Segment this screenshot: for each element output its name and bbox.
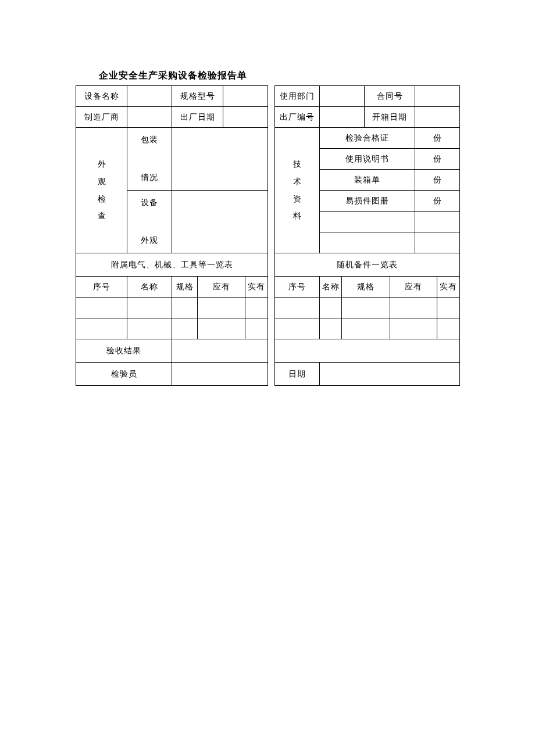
col-name-l: 名称	[127, 277, 172, 298]
label-manufacturer: 制造厂商	[76, 107, 127, 128]
value-packaging	[172, 128, 268, 191]
label-packaging: 包装 情况	[127, 128, 172, 191]
value-result	[172, 339, 460, 363]
col-name-r: 名称	[320, 277, 342, 298]
col-spec-r: 规格	[342, 277, 390, 298]
value-spec-model	[223, 86, 268, 107]
cell-l-actual-1	[245, 298, 268, 318]
section-right: 随机备件一览表	[275, 253, 460, 277]
label-doc-extra2	[320, 232, 415, 253]
col-spec-l: 规格	[172, 277, 198, 298]
cell-r-spec-1	[342, 298, 390, 318]
col-should-l: 应有	[198, 277, 245, 298]
header-row-1: 设备名称 规格型号 使用部门 合同号	[76, 86, 460, 107]
label-tech-data: 技术资料	[275, 128, 320, 253]
value-manufacturer	[127, 107, 172, 128]
label-cert: 检验合格证	[320, 128, 415, 149]
label-unbox-date: 开箱日期	[365, 107, 415, 128]
col-should-r: 应有	[390, 277, 437, 298]
cell-l-seq-2	[76, 318, 127, 339]
cell-r-spec-2	[342, 318, 390, 339]
cell-l-spec-2	[172, 318, 198, 339]
unit-wear-parts: 份	[415, 191, 460, 212]
label-inspector: 检验员	[76, 363, 172, 386]
cell-r-name-1	[320, 298, 342, 318]
label-device-name: 设备名称	[76, 86, 127, 107]
unit-cert: 份	[415, 128, 460, 149]
value-factory-no	[320, 107, 365, 128]
cell-r-seq-2	[275, 318, 320, 339]
value-date	[320, 363, 460, 386]
cell-l-should-2	[198, 318, 245, 339]
cell-r-actual-1	[437, 298, 460, 318]
label-factory-no: 出厂编号	[275, 107, 320, 128]
cell-r-should-2	[390, 318, 437, 339]
unit-packing-list: 份	[415, 170, 460, 191]
cell-l-name-1	[127, 298, 172, 318]
section-left: 附属电气、机械、工具等一览表	[76, 253, 268, 277]
label-appearance-check: 外观检查	[76, 128, 127, 253]
col-seq-r: 序号	[275, 277, 320, 298]
unit-manual: 份	[415, 149, 460, 170]
label-contract-no: 合同号	[365, 86, 415, 107]
cell-r-should-1	[390, 298, 437, 318]
form-title: 企业安全生产采购设备检验报告单	[99, 70, 459, 82]
value-device-name	[127, 86, 172, 107]
value-contract-no	[415, 86, 460, 107]
cell-r-name-2	[320, 318, 342, 339]
label-wear-parts: 易损件图册	[320, 191, 415, 212]
label-result: 验收结果	[76, 339, 172, 363]
value-use-dept	[320, 86, 365, 107]
value-unbox-date	[415, 107, 460, 128]
result-row: 验收结果	[76, 339, 460, 363]
value-device-appearance	[172, 191, 268, 253]
cell-l-name-2	[127, 318, 172, 339]
cell-l-spec-1	[172, 298, 198, 318]
col-actual-l: 实有	[245, 277, 268, 298]
cell-r-seq-1	[275, 298, 320, 318]
label-doc-extra1	[320, 212, 415, 232]
value-factory-date	[223, 107, 268, 128]
label-use-dept: 使用部门	[275, 86, 320, 107]
cell-l-should-1	[198, 298, 245, 318]
col-seq-l: 序号	[76, 277, 127, 298]
label-spec-model: 规格型号	[172, 86, 223, 107]
unit-doc-extra2	[415, 232, 460, 253]
unit-doc-extra1	[415, 212, 460, 232]
label-device-appearance: 设备 外观	[127, 191, 172, 253]
label-factory-date: 出厂日期	[172, 107, 223, 128]
cell-l-seq-1	[76, 298, 127, 318]
inspection-form-table: 设备名称 规格型号 使用部门 合同号 制造厂商 出厂日期 出厂编号 开箱日期 外…	[76, 85, 460, 386]
cell-l-actual-2	[245, 318, 268, 339]
label-date: 日期	[275, 363, 320, 386]
value-inspector	[172, 363, 268, 386]
col-actual-r: 实有	[437, 277, 460, 298]
cell-r-actual-2	[437, 318, 460, 339]
label-manual: 使用说明书	[320, 149, 415, 170]
label-packing-list: 装箱单	[320, 170, 415, 191]
